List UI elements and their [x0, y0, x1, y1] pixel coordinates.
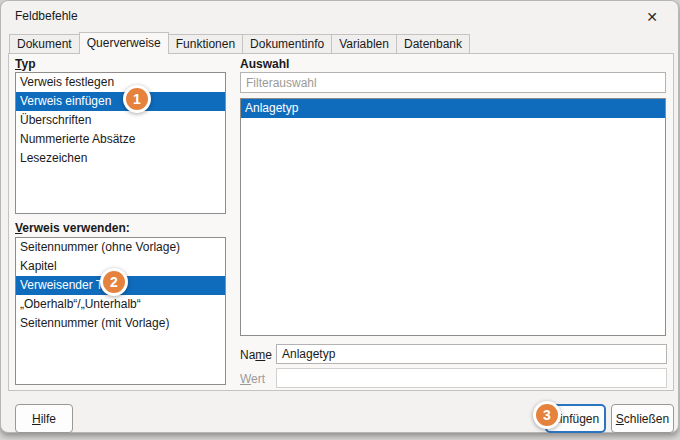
close-button[interactable]: Schließen [611, 404, 674, 433]
list-item[interactable]: Seitennummer (mit Vorlage) [16, 314, 225, 333]
selection-listbox[interactable]: Anlagetyp [240, 98, 666, 336]
list-item[interactable]: Verweis festlegen [16, 73, 225, 92]
filter-input[interactable] [240, 72, 666, 93]
tab-strip: Dokument Querverweise Funktionen Dokumen… [9, 32, 469, 54]
close-icon[interactable]: ✕ [634, 4, 670, 29]
list-item-selected[interactable]: Verweis einfügen [16, 92, 225, 111]
step-badge-3: 3 [533, 401, 561, 429]
tab-funktionen[interactable]: Funktionen [168, 34, 243, 54]
list-item[interactable]: „Oberhalb“/„Unterhalb“ [16, 295, 225, 314]
dialog-title: Feldbefehle [15, 9, 78, 23]
value-input [276, 368, 667, 388]
tab-page-querverweise: Typ Verweis festlegen Verweis einfügen Ü… [8, 53, 674, 391]
type-listbox[interactable]: Verweis festlegen Verweis einfügen Übers… [15, 72, 226, 214]
tab-querverweise[interactable]: Querverweise [79, 32, 169, 54]
list-item[interactable]: Nummerierte Absätze [16, 130, 225, 149]
list-item-selected[interactable]: Anlagetyp [241, 99, 665, 118]
reference-format-listbox[interactable]: Seitennummer (ohne Vorlage) Kapitel Verw… [15, 237, 226, 385]
tab-variablen[interactable]: Variablen [331, 34, 397, 54]
step-badge-1: 1 [123, 85, 151, 113]
list-item[interactable]: Seitennummer (ohne Vorlage) [16, 238, 225, 257]
value-label: Wert [240, 372, 265, 386]
list-item[interactable]: Überschriften [16, 111, 225, 130]
tab-datenbank[interactable]: Datenbank [396, 34, 470, 54]
name-input[interactable] [276, 344, 667, 364]
fields-dialog: Feldbefehle ✕ Dokument Querverweise Funk… [0, 0, 679, 433]
list-item[interactable]: Lesezeichen [16, 149, 225, 168]
name-label: Name [240, 348, 272, 362]
tab-dokumentinfo[interactable]: Dokumentinfo [242, 34, 332, 54]
type-label: Typ [15, 57, 35, 71]
titlebar[interactable]: Feldbefehle ✕ [1, 1, 678, 31]
tab-dokument[interactable]: Dokument [9, 34, 80, 54]
use-reference-label: Verweis verwenden: [15, 221, 130, 235]
selection-label: Auswahl [240, 57, 289, 71]
help-button[interactable]: Hilfe [15, 404, 73, 433]
step-badge-2: 2 [100, 268, 128, 296]
